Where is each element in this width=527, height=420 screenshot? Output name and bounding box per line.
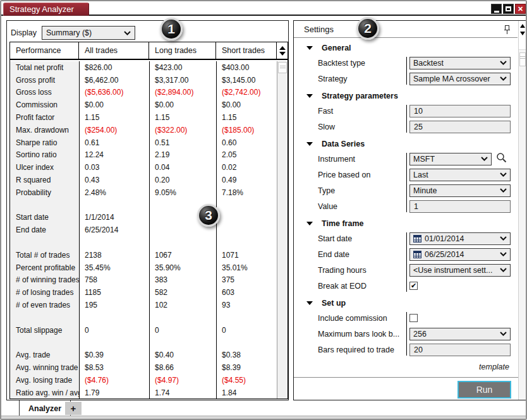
section-header-general[interactable]: General bbox=[294, 41, 518, 55]
setting-input[interactable]: 25 bbox=[409, 121, 511, 133]
section-header-data-series[interactable]: Data Series bbox=[294, 137, 518, 151]
pin-icon[interactable] bbox=[503, 25, 511, 37]
table-row bbox=[10, 311, 276, 324]
perf-cell-long: 0.20 bbox=[149, 176, 216, 184]
chevron-down-icon bbox=[500, 76, 507, 81]
setting-input[interactable]: 10 bbox=[409, 105, 511, 117]
settings-row: Maximum bars look b...256 bbox=[294, 326, 518, 342]
section-header-set-up[interactable]: Set up bbox=[294, 296, 518, 310]
perf-cell-long: 9.05% bbox=[149, 188, 216, 197]
perf-cell-all: 0 bbox=[79, 326, 149, 335]
perf-cell-label: Gross loss bbox=[10, 88, 79, 97]
section-rows: Fast10Slow25 bbox=[294, 103, 518, 135]
collapse-triangle-icon[interactable] bbox=[306, 222, 313, 225]
settings-scrollbar[interactable] bbox=[518, 21, 526, 400]
window-title-text: Strategy Analyzer bbox=[9, 4, 74, 14]
collapse-triangle-icon[interactable] bbox=[306, 142, 313, 146]
scroll-down-icon[interactable] bbox=[520, 32, 525, 35]
settings-row: Backtest typeBacktest bbox=[294, 55, 518, 71]
table-row: Sharpe ratio0.610.510.60 bbox=[10, 136, 276, 149]
maximize-button[interactable] bbox=[503, 4, 514, 14]
scroll-up-icon[interactable] bbox=[520, 24, 525, 28]
section-label: Data Series bbox=[322, 140, 365, 148]
column-header-all-trades[interactable]: All trades bbox=[79, 42, 149, 59]
table-row: Start date1/1/2014 bbox=[10, 212, 276, 224]
tab-analyzer[interactable]: Analyzer bbox=[19, 400, 71, 417]
column-header-long-trades[interactable]: Long trades bbox=[149, 42, 216, 59]
dropdown-value: 01/01/2014 bbox=[413, 234, 464, 243]
perf-cell-all: 758 bbox=[79, 275, 149, 284]
collapse-triangle-icon[interactable] bbox=[306, 46, 313, 50]
setting-dropdown[interactable]: Minute bbox=[409, 184, 511, 197]
setting-checkbox[interactable] bbox=[409, 314, 418, 322]
setting-dropdown[interactable]: 256 bbox=[409, 328, 511, 340]
performance-table-body-wrap: Total net profit$826.00$423.00$403.00Gro… bbox=[10, 61, 288, 399]
setting-dropdown[interactable]: 06/25/2014 bbox=[409, 248, 511, 261]
perf-cell-long: ($2,894.00) bbox=[149, 88, 216, 97]
section-label: Set up bbox=[322, 299, 346, 308]
perf-cell-label: End date bbox=[10, 225, 79, 234]
section-header-time-frame[interactable]: Time frame bbox=[294, 217, 518, 231]
collapse-triangle-icon[interactable] bbox=[306, 301, 313, 305]
setting-dropdown[interactable]: Backtest bbox=[409, 57, 511, 69]
column-divider bbox=[149, 61, 150, 399]
table-row: # of winning trades758383375 bbox=[10, 274, 276, 287]
setting-dropdown[interactable]: MSFT bbox=[409, 153, 492, 165]
table-row: # of losing trades1185582603 bbox=[10, 286, 276, 299]
titlebar: Strategy Analyzer ✕ bbox=[1, 1, 526, 16]
perf-cell-label: # of winning trades bbox=[10, 275, 79, 284]
tab-add[interactable]: + bbox=[65, 402, 82, 415]
setting-input[interactable]: 1 bbox=[409, 200, 511, 213]
table-scrollbar[interactable] bbox=[277, 61, 288, 399]
perf-cell-short: ($2,742.00) bbox=[216, 88, 276, 97]
close-button[interactable]: ✕ bbox=[515, 4, 526, 14]
setting-label: Slow bbox=[318, 123, 401, 131]
setting-label: Strategy bbox=[318, 75, 401, 83]
setting-label: Maximum bars look b... bbox=[318, 330, 401, 339]
settings-row: Include commission bbox=[294, 310, 518, 326]
perf-cell-short: 0.02 bbox=[216, 163, 276, 172]
minimize-button[interactable] bbox=[491, 4, 502, 14]
close-icon: ✕ bbox=[518, 5, 523, 13]
perf-cell-all: $8.53 bbox=[79, 363, 149, 372]
run-button[interactable]: Run bbox=[457, 381, 511, 399]
perf-cell-label: Ulcer index bbox=[10, 163, 79, 172]
perf-cell-long: 383 bbox=[149, 275, 216, 284]
perf-cell-short: 603 bbox=[216, 288, 276, 297]
scroll-down-icon[interactable] bbox=[279, 52, 286, 56]
setting-dropdown[interactable]: 01/01/2014 bbox=[409, 232, 511, 245]
setting-dropdown[interactable]: <Use instrument sett... bbox=[409, 264, 511, 277]
chevron-down-icon bbox=[500, 236, 507, 241]
settings-scrollbar-thumb[interactable] bbox=[519, 52, 526, 66]
setting-checkbox[interactable]: ✔ bbox=[409, 282, 418, 290]
settings-row: TypeMinute bbox=[294, 183, 518, 198]
table-scrollbar-thumb[interactable] bbox=[278, 62, 287, 73]
perf-cell-all: ($5,636.00) bbox=[79, 88, 149, 97]
setting-label: Backtest type bbox=[318, 59, 401, 68]
perf-cell-label: Avg. trade bbox=[10, 351, 79, 359]
section-header-strategy-parameters[interactable]: Strategy parameters bbox=[294, 89, 518, 103]
perf-cell-all: 6/25/2014 bbox=[79, 225, 149, 234]
setting-dropdown[interactable]: Last bbox=[409, 169, 511, 181]
collapse-triangle-icon[interactable] bbox=[306, 94, 313, 98]
perf-cell-long: 102 bbox=[149, 301, 216, 309]
template-link[interactable]: template bbox=[294, 363, 509, 371]
perf-cell-label: Avg. losing trade bbox=[10, 376, 79, 385]
settings-row: Trading hours<Use instrument sett... bbox=[294, 262, 518, 278]
perf-cell-long: 35.90% bbox=[149, 263, 216, 272]
perf-cell-label: Sortino ratio bbox=[10, 150, 79, 159]
setting-label: Price based on bbox=[318, 171, 401, 179]
scroll-up-icon[interactable] bbox=[279, 46, 286, 50]
setting-label: End date bbox=[318, 250, 401, 259]
display-select[interactable]: Summary ($) bbox=[42, 26, 135, 40]
perf-cell-label: Commission bbox=[10, 100, 79, 109]
column-divider bbox=[216, 61, 217, 399]
setting-input[interactable]: 20 bbox=[409, 344, 511, 356]
column-header-performance[interactable]: Performance bbox=[10, 42, 79, 59]
tab-analyzer-label: Analyzer bbox=[28, 404, 61, 413]
instrument-search-button[interactable] bbox=[496, 152, 507, 165]
column-header-short-trades[interactable]: Short trades bbox=[216, 42, 277, 59]
settings-row: Fast10 bbox=[294, 103, 518, 119]
perf-cell-short: $3,145.00 bbox=[216, 76, 276, 85]
setting-dropdown[interactable]: Sample MA crossover bbox=[409, 73, 511, 85]
